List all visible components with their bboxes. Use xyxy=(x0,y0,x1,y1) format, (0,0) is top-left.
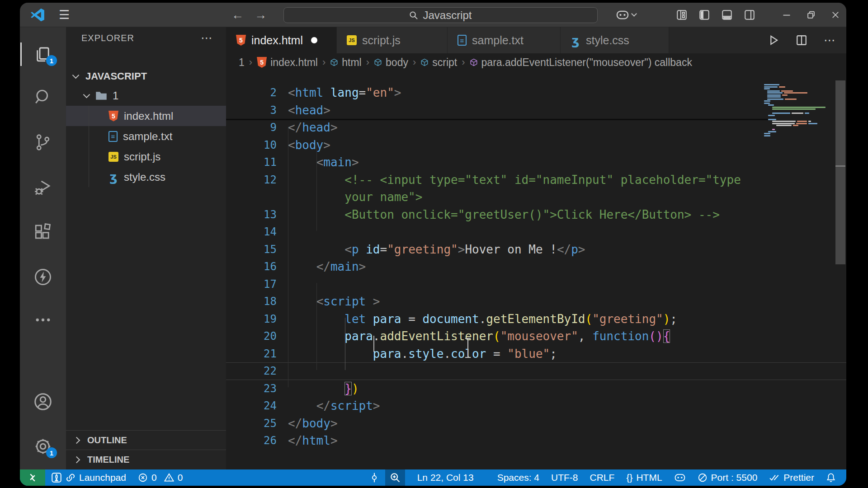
minimap[interactable] xyxy=(764,71,832,469)
line-number[interactable]: 2 xyxy=(226,86,277,99)
sidebar-file-script.js[interactable]: JSscript.js xyxy=(66,146,226,167)
source-control-icon[interactable] xyxy=(20,126,66,159)
sidebar-file-index.html[interactable]: 5index.html xyxy=(66,106,226,126)
screencast-target-item[interactable] xyxy=(363,469,385,486)
toggle-secondary-sidebar-icon[interactable] xyxy=(744,9,755,20)
split-editor-icon[interactable] xyxy=(796,34,807,46)
code-line-22[interactable]: 22 xyxy=(226,362,846,380)
search-view-icon[interactable] xyxy=(20,81,66,113)
line-number[interactable]: 14 xyxy=(226,225,277,238)
account-icon[interactable] xyxy=(20,385,66,418)
code-line-15[interactable]: 15 <p id="greeting">Hover on Me !</p> xyxy=(226,241,846,258)
code-line-21[interactable]: 21 para.style.color = "blue"; xyxy=(226,345,846,363)
line-number[interactable]: 13 xyxy=(226,208,277,221)
code-line-20[interactable]: 20 para.addEventListener("mouseover", fu… xyxy=(226,328,846,345)
minimize-icon[interactable] xyxy=(782,10,791,19)
forward-arrow-icon[interactable]: → xyxy=(255,9,267,21)
command-center-search[interactable]: Javascript xyxy=(283,7,598,23)
cursor-position-item[interactable]: Ln 22, Col 13 xyxy=(411,469,480,486)
run-debug-icon[interactable] xyxy=(20,171,66,204)
code-line-23[interactable]: 23 }) xyxy=(226,380,846,398)
scrollbar-thumb[interactable] xyxy=(835,80,845,264)
sidebar-file-style.css[interactable]: ʒstyle.css xyxy=(66,167,226,187)
toggle-sidebar-icon[interactable] xyxy=(699,9,710,20)
line-number[interactable]: 25 xyxy=(226,417,277,430)
line-number[interactable]: 26 xyxy=(226,434,277,447)
line-number[interactable]: 23 xyxy=(226,382,277,395)
explorer-more-actions-icon[interactable]: ⋯ xyxy=(201,31,212,45)
code-line-19[interactable]: 19 let para = document.getElementById("g… xyxy=(226,310,846,328)
line-number[interactable]: 12 xyxy=(226,174,277,186)
code-editor[interactable]: 2<html lang="en">3<head>9</head>10<body>… xyxy=(226,71,846,469)
breadcrumb-item[interactable]: 1 xyxy=(239,56,245,69)
menu-hamburger-icon[interactable]: ☰ xyxy=(59,3,70,27)
breadcrumb-item[interactable]: para.addEventListener("mouseover") callb… xyxy=(470,56,692,69)
launchpad-item[interactable]: Launchpad xyxy=(45,469,132,486)
code-line-10[interactable]: 10<body> xyxy=(226,136,846,154)
workspace-section[interactable]: JAVASCRIPT xyxy=(66,67,226,86)
tab-index.html[interactable]: 5index.html xyxy=(226,27,337,53)
code-line-25[interactable]: 25</body> xyxy=(226,415,846,432)
copilot-status-item[interactable] xyxy=(668,469,692,486)
breadcrumb-item[interactable]: html xyxy=(330,56,361,69)
run-file-icon[interactable] xyxy=(768,34,779,46)
line-number[interactable]: 24 xyxy=(226,399,277,412)
copilot-menu[interactable] xyxy=(616,3,636,27)
problems-item[interactable]: 0 0 xyxy=(132,469,189,486)
zoom-indicator[interactable] xyxy=(385,469,405,486)
breadcrumb-item[interactable]: body xyxy=(374,56,408,69)
code-line-3[interactable]: 3<head> xyxy=(226,102,846,119)
encoding-item[interactable]: UTF-8 xyxy=(545,469,584,486)
line-number[interactable]: 11 xyxy=(226,156,277,169)
line-number[interactable]: 19 xyxy=(226,313,277,325)
sidebar-file-sample.txt[interactable]: ≡sample.txt xyxy=(66,126,226,146)
timeline-section[interactable]: TIMELINE xyxy=(66,450,226,469)
line-number[interactable]: 16 xyxy=(226,260,277,273)
line-number[interactable]: 17 xyxy=(226,278,277,291)
code-line-17[interactable]: 17 xyxy=(226,276,846,293)
notifications-item[interactable] xyxy=(820,469,842,486)
line-number[interactable]: 18 xyxy=(226,295,277,308)
code-line-18[interactable]: 18 <script > xyxy=(226,293,846,310)
code-line-9[interactable]: 9</head> xyxy=(226,119,846,136)
remote-indicator[interactable] xyxy=(20,469,45,486)
back-arrow-icon[interactable]: ← xyxy=(231,9,244,21)
outline-section[interactable]: OUTLINE xyxy=(66,430,226,450)
port-item[interactable]: Port : 5500 xyxy=(692,469,764,486)
code-line-11[interactable]: 11 <main> xyxy=(226,154,846,171)
editor-more-actions-icon[interactable]: ⋯ xyxy=(824,33,835,47)
tab-style.css[interactable]: ʒstyle.css xyxy=(561,27,669,53)
extensions-icon[interactable] xyxy=(20,216,66,248)
folder-item[interactable]: 1 xyxy=(66,86,226,106)
eol-item[interactable]: CRLF xyxy=(584,469,621,486)
live-server-icon[interactable] xyxy=(20,261,66,293)
more-views-icon[interactable] xyxy=(20,304,66,336)
code-line-13[interactable]: 13 <Button onclick="greetUser()">Click H… xyxy=(226,206,846,224)
code-line-16[interactable]: 16 </main> xyxy=(226,258,846,276)
indentation-item[interactable]: Spaces: 4 xyxy=(491,469,545,486)
code-line-14[interactable]: 14 xyxy=(226,223,846,241)
tab-sample.txt[interactable]: ≡sample.txt xyxy=(448,27,561,53)
line-number[interactable]: 20 xyxy=(226,330,277,343)
close-icon[interactable] xyxy=(831,10,840,19)
breadcrumb-item[interactable]: script xyxy=(420,56,457,69)
restore-icon[interactable] xyxy=(807,10,816,19)
tab-script.js[interactable]: JSscript.js xyxy=(337,27,448,53)
code-line-24[interactable]: 24 </script> xyxy=(226,397,846,415)
line-number[interactable]: 22 xyxy=(226,365,277,377)
settings-gear-icon[interactable]: 1 xyxy=(20,430,66,463)
customize-layout-icon[interactable] xyxy=(676,9,687,20)
line-number[interactable]: 3 xyxy=(226,104,277,117)
code-line-2[interactable]: 2<html lang="en"> xyxy=(226,84,846,102)
editor-scrollbar[interactable] xyxy=(835,71,846,469)
toggle-panel-icon[interactable] xyxy=(722,9,732,20)
breadcrumb-item[interactable]: 5index.html xyxy=(257,56,318,69)
line-number[interactable]: 21 xyxy=(226,347,277,360)
line-number[interactable]: 10 xyxy=(226,139,277,151)
formatter-item[interactable]: Prettier xyxy=(763,469,820,486)
code-line-wrap[interactable]: your name"> xyxy=(226,188,846,206)
code-line-26[interactable]: 26</html> xyxy=(226,432,846,450)
code-line-12[interactable]: 12 <!-- <input type="text" id="nameInput… xyxy=(226,171,846,189)
language-mode-item[interactable]: {} HTML xyxy=(620,469,668,486)
explorer-icon[interactable]: 1 xyxy=(20,38,66,70)
